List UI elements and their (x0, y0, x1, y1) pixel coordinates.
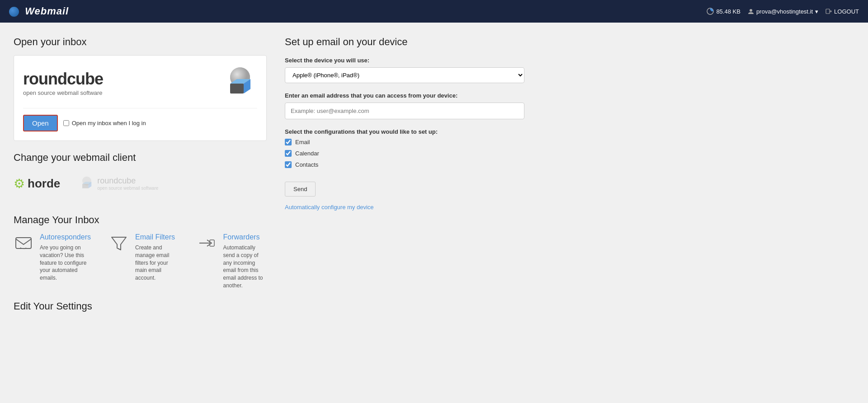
roundcube-tagline: open source webmail software (23, 89, 103, 96)
manage-section-title: Manage Your Inbox (14, 214, 267, 226)
email-filters-info: Email Filters Create and manage email fi… (135, 233, 179, 282)
config-calendar-label: Calendar (295, 150, 319, 157)
left-column: Open your inbox roundcube open source we… (14, 36, 267, 319)
manage-items: Autoresponders Are you going on vacation… (14, 233, 267, 290)
globe-icon (9, 7, 19, 17)
storage-indicator: 85.48 KB (707, 8, 741, 15)
svg-rect-6 (230, 84, 244, 94)
roundcube-small-icon (78, 175, 94, 192)
device-form-group: Select the device you will use: Apple® (… (285, 57, 854, 83)
forwarders-desc: Automatically send a copy of any incomin… (223, 244, 267, 290)
inbox-card: roundcube open source webmail software (14, 55, 267, 141)
user-icon (748, 8, 754, 14)
forwarders-info: Forwarders Automatically send a copy of … (223, 233, 267, 290)
device-select[interactable]: Apple® (iPhone®, iPad®) Android Windows … (285, 67, 524, 83)
open-inbox-button[interactable]: Open (23, 115, 58, 131)
edit-section-title: Edit Your Settings (14, 300, 267, 312)
auto-config-link[interactable]: Automatically configure my device (285, 204, 854, 211)
config-email-label: Email (295, 139, 310, 145)
inbox-section-title: Open your inbox (14, 36, 267, 48)
roundcube-icon (221, 65, 257, 101)
config-calendar-checkbox[interactable] (285, 150, 292, 157)
send-button[interactable]: Send (285, 182, 316, 197)
roundcube-small-tagline: open source webmail software (97, 186, 158, 191)
forwarders-item: Forwarders Automatically send a copy of … (197, 233, 267, 290)
email-filters-title[interactable]: Email Filters (135, 233, 179, 241)
config-email-checkbox[interactable] (285, 139, 292, 145)
webmail-section-title: Change your webmail client (14, 152, 267, 164)
roundcube-client[interactable]: roundcube open source webmail software (78, 175, 158, 192)
svg-rect-13 (16, 238, 31, 248)
webmail-clients: ⚙ horde roundcube open source webmail so… (14, 171, 267, 196)
config-email-item[interactable]: Email (285, 139, 854, 145)
logout-button[interactable]: LOGOUT (826, 8, 859, 15)
inbox-checkbox-label[interactable]: Open my inbox when I log in (63, 120, 146, 127)
main-content: Open your inbox roundcube open source we… (0, 23, 868, 333)
disk-icon (707, 8, 714, 15)
config-contacts-item[interactable]: Contacts (285, 161, 854, 168)
edit-section: Edit Your Settings (14, 300, 267, 312)
svg-point-1 (709, 10, 712, 13)
autoresponders-desc: Are you going on vacation? Use this feat… (40, 244, 91, 282)
svg-rect-3 (826, 9, 830, 14)
config-contacts-label: Contacts (295, 161, 318, 168)
config-group: Email Calendar Contacts (285, 139, 854, 168)
header: Webmail 85.48 KB prova@vhostingtest.it ▾ (0, 0, 868, 23)
email-form-group: Enter an email address that you can acce… (285, 92, 854, 119)
email-label: Enter an email address that you can acce… (285, 92, 854, 99)
autoresponders-info: Autoresponders Are you going on vacation… (40, 233, 91, 282)
manage-section: Manage Your Inbox Autoresponders Are you… (14, 214, 267, 290)
autoresponders-item: Autoresponders Are you going on vacation… (14, 233, 91, 290)
email-input[interactable] (285, 103, 524, 119)
email-filters-item: Email Filters Create and manage email fi… (109, 233, 179, 290)
roundcube-small-name: roundcube (97, 176, 158, 186)
svg-rect-10 (82, 184, 89, 188)
config-calendar-item[interactable]: Calendar (285, 150, 854, 157)
device-label: Select the device you will use: (285, 57, 854, 64)
forwarders-icon (197, 233, 217, 253)
autoresponders-title[interactable]: Autoresponders (40, 233, 91, 241)
horde-gear-icon: ⚙ (14, 176, 25, 191)
app-logo: Webmail (9, 5, 69, 17)
roundcube-text: roundcube open source webmail software (23, 70, 103, 96)
user-menu[interactable]: prova@vhostingtest.it ▾ (748, 8, 818, 15)
svg-marker-14 (112, 237, 126, 250)
forwarders-title[interactable]: Forwarders (223, 233, 267, 241)
config-contacts-checkbox[interactable] (285, 161, 292, 168)
webmail-section: Change your webmail client ⚙ horde round… (14, 152, 267, 196)
inbox-actions: Open Open my inbox when I log in (23, 108, 257, 131)
config-form-group: Select the configurations that you would… (285, 128, 854, 168)
email-filters-desc: Create and manage email filters for your… (135, 244, 179, 282)
open-on-login-checkbox[interactable] (63, 120, 69, 126)
logout-icon (826, 8, 832, 14)
setup-title: Set up email on your device (285, 36, 854, 48)
configs-label: Select the configurations that you would… (285, 128, 854, 135)
roundcube-logo-area: roundcube open source webmail software (23, 65, 257, 101)
svg-point-2 (750, 9, 752, 12)
horde-label: horde (28, 177, 60, 191)
roundcube-name: roundcube (23, 70, 103, 89)
horde-client[interactable]: ⚙ horde (14, 176, 60, 191)
right-column: Set up email on your device Select the d… (285, 36, 854, 319)
email-filters-icon (109, 233, 129, 253)
header-right: 85.48 KB prova@vhostingtest.it ▾ LOGOUT (707, 8, 859, 15)
autoresponders-icon (14, 233, 33, 253)
